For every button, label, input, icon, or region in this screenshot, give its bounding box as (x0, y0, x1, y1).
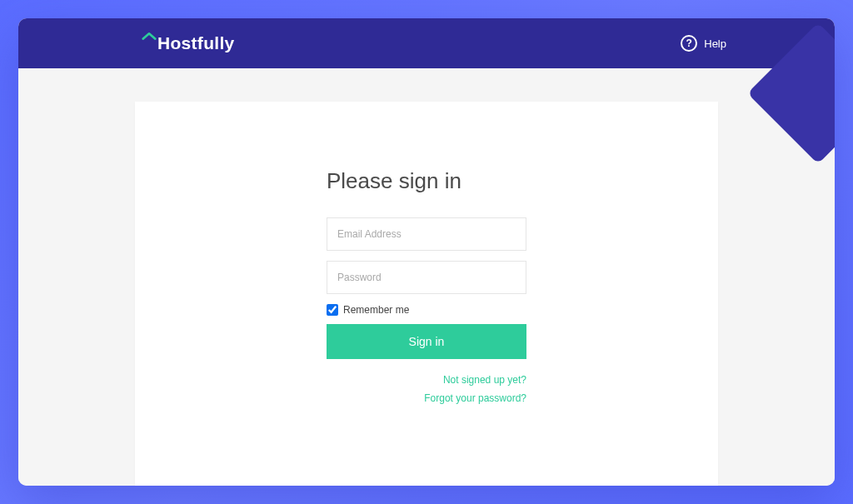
help-label: Help (704, 37, 726, 50)
remember-me-checkbox[interactable] (327, 304, 338, 316)
page-title: Please sign in (327, 168, 526, 194)
brand-logo: Hostfully (142, 33, 235, 53)
logo-roof-icon (142, 32, 157, 40)
password-field[interactable] (327, 261, 526, 294)
logo-text: Hostfully (157, 33, 235, 53)
sign-in-button[interactable]: Sign in (327, 324, 526, 359)
signup-link[interactable]: Not signed up yet? (327, 374, 526, 386)
content-area: Please sign in Remember me Sign in Not s… (18, 68, 835, 486)
remember-me-label: Remember me (343, 304, 409, 316)
signin-card: Please sign in Remember me Sign in Not s… (135, 102, 718, 486)
help-icon: ? (681, 35, 697, 52)
help-link[interactable]: ? Help (681, 35, 726, 52)
email-field[interactable] (327, 217, 526, 251)
forgot-password-link[interactable]: Forgot your password? (327, 392, 526, 404)
signin-form: Please sign in Remember me Sign in Not s… (327, 168, 526, 404)
header-bar: Hostfully ? Help (18, 18, 835, 68)
auth-links: Not signed up yet? Forgot your password? (327, 374, 526, 404)
remember-me-row[interactable]: Remember me (327, 304, 526, 316)
app-window: Hostfully ? Help Please sign in Remember… (18, 18, 835, 486)
